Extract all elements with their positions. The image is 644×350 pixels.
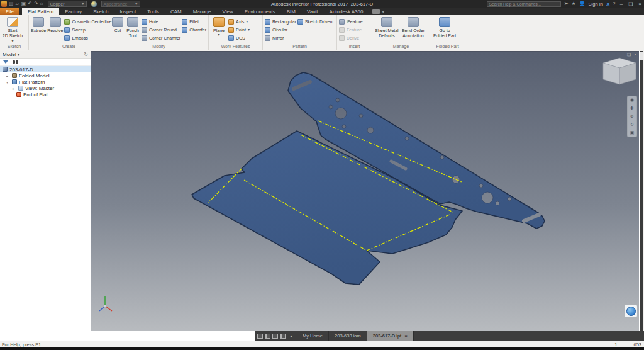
extrude-button[interactable]: Extrude xyxy=(31,16,46,33)
collapse-tabs-icon[interactable]: ▲ xyxy=(289,334,293,338)
expander-icon[interactable]: ▸ xyxy=(13,86,16,91)
point-button[interactable]: Point ▾ xyxy=(228,26,250,33)
flat-pattern-model[interactable] xyxy=(91,52,639,331)
start-2d-sketch-button[interactable]: Start 2D Sketch ▾ xyxy=(2,16,23,43)
refresh-icon[interactable]: ↻ xyxy=(84,52,88,57)
tile-windows-icon[interactable] xyxy=(265,334,270,339)
search-input[interactable]: Search Help & Commands... xyxy=(487,1,561,7)
tab-flat-pattern[interactable]: Flat Pattern xyxy=(22,8,59,15)
chevron-down-icon[interactable]: ▾ xyxy=(382,9,384,14)
redo-icon[interactable]: ↷ xyxy=(34,1,38,7)
pan-icon[interactable]: ✚ xyxy=(630,106,634,111)
filter-funnel-icon[interactable] xyxy=(3,60,8,64)
cascade-windows-icon[interactable] xyxy=(257,334,263,339)
axis-icon xyxy=(228,19,234,25)
tree-item-folded-model[interactable]: ▸ Folded Model xyxy=(0,72,91,79)
tree-item-end-of-flat[interactable]: End of Flat xyxy=(0,91,91,98)
go-to-folded-part-button[interactable]: Go to Folded Part xyxy=(432,16,457,38)
screencast-camera-icon[interactable] xyxy=(372,9,380,14)
corner-round-button[interactable]: Corner Round xyxy=(142,26,180,33)
tab-203-633-iam[interactable]: 203-633.iam xyxy=(329,331,367,341)
split-horizontal-icon[interactable] xyxy=(272,334,278,339)
assistant-sphere-icon[interactable] xyxy=(625,305,637,317)
tab-203-617-d-ipt[interactable]: 203-617-D.ipt × xyxy=(367,331,414,341)
tab-environments[interactable]: Environments xyxy=(239,8,281,15)
close-button[interactable]: × xyxy=(637,1,643,7)
corner-chamfer-button[interactable]: Corner Chamfer xyxy=(142,34,180,42)
tab-inspect[interactable]: Inspect xyxy=(114,8,142,15)
chamfer-button[interactable]: Chamfer xyxy=(182,26,206,33)
restore-button[interactable]: ❏ xyxy=(627,1,634,7)
corner-round-icon xyxy=(142,27,147,33)
hole-button[interactable]: Hole xyxy=(142,18,180,25)
emboss-button[interactable]: Emboss xyxy=(64,34,111,42)
doc-restore-button[interactable]: ❏ xyxy=(627,52,631,57)
sweep-button[interactable]: Sweep xyxy=(64,26,111,33)
cosmetic-centerline-button[interactable]: Cosmetic Centerline xyxy=(64,18,111,25)
fillet-button[interactable]: Fillet xyxy=(182,18,206,25)
tab-bim[interactable]: BIM xyxy=(281,8,301,15)
revolve-button[interactable]: Revolve xyxy=(47,16,63,33)
sketch-driven-button[interactable]: Sketch Driven xyxy=(297,18,333,25)
tab-factory[interactable]: Factory xyxy=(59,8,87,15)
tree-item-root[interactable]: 203-617-D xyxy=(0,66,91,72)
ucs-button[interactable]: UCS xyxy=(228,34,250,42)
minimize-button[interactable]: – xyxy=(619,1,624,7)
zoom-icon[interactable]: ⊕ xyxy=(630,114,634,119)
tab-cam[interactable]: CAM xyxy=(165,8,187,15)
rectangular-pattern-button[interactable]: Rectangular xyxy=(265,18,296,25)
new-file-icon[interactable]: ▤ xyxy=(9,1,14,7)
bend-order-annotation-button[interactable]: Bend Order Annotation xyxy=(401,16,426,38)
navigation-wheel-icon[interactable]: ◉ xyxy=(630,98,634,103)
appearance-dropdown[interactable]: Appearance ▾ xyxy=(101,1,140,7)
right-scrollbar[interactable] xyxy=(639,51,643,331)
material-dropdown[interactable]: Copper ▾ xyxy=(48,1,87,7)
mirror-button[interactable]: Mirror xyxy=(265,34,296,42)
tree-item-view-master[interactable]: ▸ View: Master xyxy=(0,85,91,91)
expander-icon[interactable]: ▾ xyxy=(6,80,10,84)
sheet-metal-defaults-button[interactable]: Sheet Metal Defaults xyxy=(374,16,399,38)
exchange-apps-icon[interactable]: X xyxy=(606,1,609,7)
navigation-bar[interactable]: ◉ ✚ ⊕ ↻ ▣ xyxy=(627,96,637,137)
tab-file[interactable]: File xyxy=(0,8,19,15)
sign-in-link[interactable]: Sign In xyxy=(589,1,603,7)
feature-icon xyxy=(339,27,345,33)
tab-sketch[interactable]: Sketch xyxy=(87,8,114,15)
scrollbar-thumb[interactable] xyxy=(640,52,643,60)
user-icon[interactable]: 👤 xyxy=(579,1,586,7)
tree-item-flat-pattern[interactable]: ▾ Flat Pattern xyxy=(0,79,91,85)
look-at-icon[interactable]: ▣ xyxy=(630,130,635,135)
chevron-down-icon: ▾ xyxy=(246,20,248,23)
cut-button[interactable]: Cut xyxy=(111,16,124,33)
split-vertical-icon[interactable] xyxy=(280,334,286,339)
doc-close-button[interactable]: × xyxy=(634,52,636,57)
open-folder-icon[interactable]: ▱ xyxy=(16,1,19,7)
help-icon[interactable]: ? xyxy=(613,1,615,7)
viewport[interactable]: – ❏ × ◉ ✚ ⊕ ↻ ▣ xyxy=(91,51,639,331)
doc-minimize-button[interactable]: – xyxy=(621,52,624,57)
orbit-icon[interactable]: ↻ xyxy=(630,122,634,127)
material-value: Copper xyxy=(50,2,65,6)
browser-title[interactable]: Model ▾ xyxy=(3,52,19,57)
punch-tool-button[interactable]: Punch Tool xyxy=(125,16,140,38)
home-icon[interactable]: ⌂ xyxy=(40,1,43,7)
tab-tools[interactable]: Tools xyxy=(142,8,165,15)
search-binoculars-icon[interactable] xyxy=(13,60,18,64)
select-icon[interactable]: ➤ xyxy=(564,1,569,7)
group-label: Create xyxy=(29,43,109,50)
axis-button[interactable]: Axis ▾ xyxy=(228,18,250,25)
tab-my-home[interactable]: My Home xyxy=(297,331,329,341)
model-browser-panel: Model ▾ ↻ 203-617-D ▸ Folded Model ▾ Fla… xyxy=(0,51,91,331)
tab-view[interactable]: View xyxy=(217,8,239,15)
circular-pattern-button[interactable]: Circular xyxy=(265,26,296,33)
plane-button[interactable]: Plane ▾ xyxy=(211,16,227,37)
close-icon[interactable]: × xyxy=(404,333,408,339)
tab-manage[interactable]: Manage xyxy=(187,8,217,15)
tab-vault[interactable]: Vault xyxy=(301,8,324,15)
undo-icon[interactable]: ↶ xyxy=(28,1,32,7)
save-icon[interactable]: ▣ xyxy=(21,1,26,7)
expander-icon[interactable]: ▸ xyxy=(6,74,10,78)
favorites-star-icon[interactable]: ★ xyxy=(571,1,575,7)
tab-autodesk-a360[interactable]: Autodesk A360 xyxy=(324,8,369,15)
ifeature-button[interactable]: iFeature xyxy=(339,18,363,25)
